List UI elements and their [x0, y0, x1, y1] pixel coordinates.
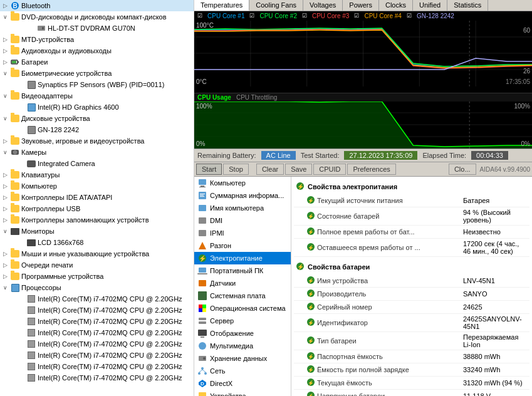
svg-rect-59 [199, 392, 206, 396]
nav-dmi[interactable]: DMI [194, 214, 291, 227]
svg-rect-3 [42, 27, 44, 29]
tree-item-video[interactable]: ∨ Видеоадаптеры [0, 90, 194, 102]
expand-icon[interactable]: ▷ [1, 47, 9, 55]
nav-display[interactable]: Отображение [194, 327, 291, 340]
legend-gn128: GN-128 2242 [417, 13, 454, 19]
nav-motherboard[interactable]: Системная плата [194, 289, 291, 302]
expand-icon[interactable]: ▷ [1, 58, 9, 66]
elapsed-label: Elapsed Time: [422, 152, 466, 159]
tab-cpu-throttling[interactable]: CPU Throttling [236, 94, 277, 101]
tree-item-biometric[interactable]: ∨ Биометрические устройства [0, 68, 194, 79]
tree-item-disk[interactable]: ∨ Дисковые устройства [0, 113, 194, 124]
preferences-button[interactable]: Preferences [347, 164, 395, 175]
tree-item-cpu4[interactable]: Intel(R) Core(TM) i7-4702MQ CPU @ 2.20GH… [0, 327, 194, 338]
tree-item-monitors[interactable]: ∨ Мониторы [0, 226, 194, 237]
nav-laptop[interactable]: Портативный ПК [194, 264, 291, 277]
svg-rect-24 [199, 179, 206, 185]
tree-item-intel-gpu[interactable]: Intel(R) HD Graphics 4600 [0, 102, 194, 113]
tree-item-bluetooth[interactable]: ▷ B Bluetooth [0, 0, 194, 11]
expand-icon[interactable]: ▷ [1, 273, 9, 280]
tree-item-computer[interactable]: ▷ Компьютер [0, 180, 194, 192]
tree-item-gn128[interactable]: GN-128 2242 [0, 124, 194, 135]
tree-item-integrated-camera[interactable]: Integrated Camera [0, 158, 194, 169]
expand-icon[interactable]: ∨ [1, 115, 9, 122]
battery-props-header: ⚡ Свойства батареи [294, 259, 529, 274]
expand-icon[interactable]: ▷ [1, 36, 9, 43]
nav-devices[interactable]: Устройства [194, 390, 291, 396]
tree-item-ide[interactable]: ▷ Контроллеры IDE ATA/ATAPI [0, 192, 194, 203]
tab-clocks[interactable]: Clocks [379, 0, 413, 11]
svg-rect-33 [199, 230, 206, 236]
tab-cooling-fans[interactable]: Cooling Fans [249, 0, 303, 11]
tree-item-cpu6[interactable]: Intel(R) Core(TM) i7-4702MQ CPU @ 2.20GH… [0, 350, 194, 361]
clear-button[interactable]: Clear [256, 164, 284, 175]
nav-storage[interactable]: Хранение данных [194, 352, 291, 365]
tree-item-cpu7[interactable]: Intel(R) Core(TM) i7-4702MQ CPU @ 2.20GH… [0, 361, 194, 372]
expand-icon[interactable]: ∨ [1, 70, 9, 77]
tab-statistics[interactable]: Statistics [447, 0, 488, 11]
nav-name[interactable]: Имя компьютера [194, 202, 291, 214]
tree-item-usb[interactable]: ▷ Контроллеры USB [0, 203, 194, 214]
expand-icon[interactable]: ∨ [1, 284, 9, 291]
tab-powers[interactable]: Powers [343, 0, 379, 11]
tree-item-storage-ctrl[interactable]: ▷ Контроллеры запоминающих устройств [0, 214, 194, 226]
tree-item-cpu8[interactable]: Intel(R) Core(TM) i7-4702MQ CPU @ 2.20GH… [0, 372, 194, 383]
nav-os[interactable]: Операционная система [194, 302, 291, 315]
expand-icon[interactable]: ▷ [1, 250, 9, 258]
expand-icon[interactable]: ▷ [1, 194, 9, 201]
nav-directx[interactable]: D DirectX [194, 377, 291, 390]
expand-icon[interactable]: ∨ [1, 227, 9, 235]
tree-item-dvd[interactable]: ∨ DVD-дисководы и дисководы компакт-диск… [0, 11, 194, 23]
expand-icon[interactable]: ▷ [1, 205, 9, 212]
tree-item-lcd[interactable]: LCD 1366x768 [0, 237, 194, 248]
nav-computer[interactable]: Компьютер [194, 177, 291, 189]
tab-voltages[interactable]: Voltages [303, 0, 343, 11]
tree-item-software-dev[interactable]: ▷ Программные устройства [0, 271, 194, 282]
tree-item-print[interactable]: ▷ Очереди печати [0, 259, 194, 271]
tree-item-audio[interactable]: ▷ Аудиовходы и аудиовыходы [0, 45, 194, 56]
tree-item-cpu1[interactable]: Intel(R) Core(TM) i7-4702MQ CPU @ 2.20GH… [0, 293, 194, 305]
nav-sensors[interactable]: Датчики [194, 277, 291, 289]
nav-ipmi[interactable]: IPMI [194, 227, 291, 239]
tree-item-battery[interactable]: ▷ Батареи [0, 56, 194, 68]
nav-summary[interactable]: Суммарная информа... [194, 189, 291, 202]
expand-icon[interactable]: ∨ [1, 92, 9, 100]
close-button[interactable]: Clo... [449, 164, 476, 175]
expand-icon[interactable]: ▷ [1, 182, 9, 190]
tree-item-sound[interactable]: ▷ Звуковые, игровые и видеоустройства [0, 135, 194, 147]
key-label: Оставшееся время работы от ... [317, 244, 420, 251]
nav-server[interactable]: Сервер [194, 315, 291, 327]
tree-item-cpu3[interactable]: Intel(R) Core(TM) i7-4702MQ CPU @ 2.20GH… [0, 316, 194, 327]
start-button[interactable]: Start [196, 164, 222, 175]
cpuid-button[interactable]: CPUID [313, 164, 346, 175]
tree-item-keyboards[interactable]: ▷ Клавиатуры [0, 169, 194, 180]
save-button[interactable]: Save [285, 164, 312, 175]
expand-icon[interactable]: ▷ [1, 171, 9, 179]
expand-icon[interactable]: ▷ [1, 2, 9, 9]
tree-item-cpu5[interactable]: Intel(R) Core(TM) i7-4702MQ CPU @ 2.20GH… [0, 338, 194, 350]
tree-item-cpu[interactable]: ∨ Процессоры [0, 282, 194, 293]
nav-label-sensors: Датчики [210, 279, 236, 287]
tree-item-dvdram[interactable]: HL-DT-ST DVDRAM GU70N [10, 23, 194, 34]
mtd-icon [10, 34, 20, 44]
tree-item-mtd[interactable]: ▷ MTD-устройства [0, 34, 194, 45]
expand-icon[interactable]: ∨ [1, 148, 9, 156]
stop-button[interactable]: Stop [223, 164, 249, 175]
tab-cpu-usage[interactable]: CPU Usage [197, 94, 231, 101]
tab-unified[interactable]: Unified [413, 0, 447, 11]
test-started-value: 27.12.2023 17:35:09 [344, 151, 417, 160]
expand-icon[interactable]: ∨ [1, 13, 9, 21]
tree-item-mouse[interactable]: ▷ Мыши и иные указывающие устройства [0, 248, 194, 259]
tree-item-cameras[interactable]: ∨ Камеры [0, 147, 194, 158]
expand-icon[interactable]: ▷ [1, 261, 9, 269]
tab-temperatures[interactable]: Temperatures [194, 0, 249, 11]
nav-power[interactable]: ⚡ Электропитание [194, 252, 291, 264]
tree-item-cpu2[interactable]: Intel(R) Core(TM) i7-4702MQ CPU @ 2.20GH… [0, 305, 194, 316]
expand-icon[interactable]: ▷ [1, 216, 9, 224]
expand-icon[interactable]: ▷ [1, 137, 9, 145]
tree-item-synaptics[interactable]: Synaptics FP Sensors (WBF) (PID=0011) [0, 79, 194, 90]
nav-network[interactable]: Сеть [194, 365, 291, 377]
nav-overclock[interactable]: Разгон [194, 239, 291, 252]
os-nav-icon [197, 303, 207, 313]
nav-multimedia[interactable]: Мультимедиа [194, 340, 291, 352]
